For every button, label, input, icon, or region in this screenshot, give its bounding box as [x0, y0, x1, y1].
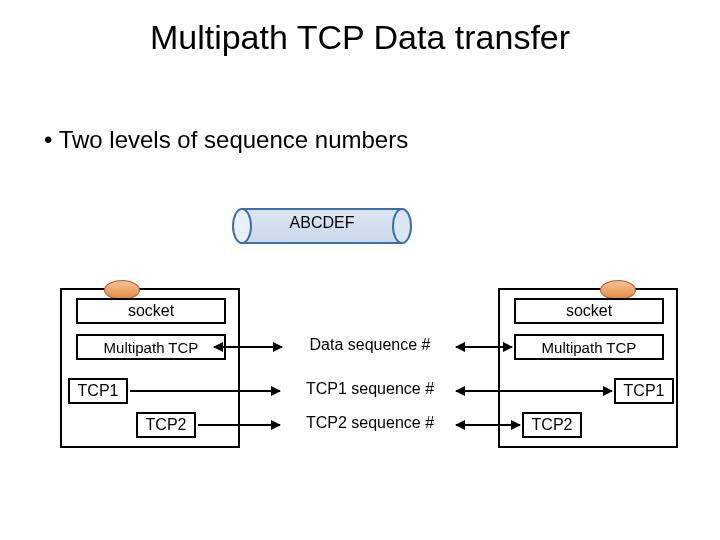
left-socket-box: socket	[76, 298, 226, 324]
arrow-data-left	[214, 346, 282, 348]
right-tcp1-box: TCP1	[614, 378, 674, 404]
arrow-tcp2-right	[456, 424, 520, 426]
right-mptcp-box: Multipath TCP	[514, 334, 664, 360]
arrow-tcp2-left	[198, 424, 280, 426]
slide-title: Multipath TCP Data transfer	[0, 18, 720, 57]
tcp2-sequence-label: TCP2 sequence #	[280, 414, 460, 432]
right-socket-box: socket	[514, 298, 664, 324]
data-sequence-label: Data sequence #	[280, 336, 460, 354]
arrow-tcp1-right	[456, 390, 612, 392]
cylinder-label: ABCDEF	[232, 214, 412, 232]
arrow-tcp1-left	[130, 390, 280, 392]
right-tcp2-box: TCP2	[522, 412, 582, 438]
tcp1-sequence-label: TCP1 sequence #	[280, 380, 460, 398]
left-tcp1-box: TCP1	[68, 378, 128, 404]
data-cylinder: ABCDEF	[232, 208, 412, 244]
oval-connector-icon	[600, 280, 636, 300]
right-host-stack: socket Multipath TCP TCP1 TCP2	[498, 288, 678, 448]
bullet-line: Two levels of sequence numbers	[44, 126, 408, 154]
left-tcp2-box: TCP2	[136, 412, 196, 438]
oval-connector-icon	[104, 280, 140, 300]
arrow-data-right	[456, 346, 512, 348]
left-mptcp-box: Multipath TCP	[76, 334, 226, 360]
